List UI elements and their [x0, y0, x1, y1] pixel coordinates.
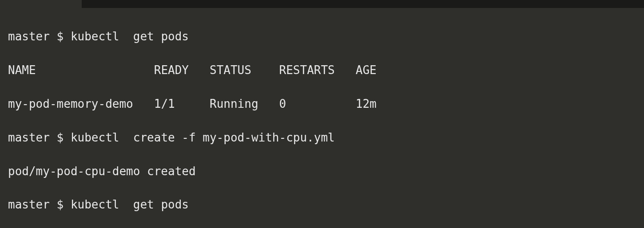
command-text: kubectl get pods	[71, 198, 189, 211]
terminal-output[interactable]: master $ kubectl get pods NAME READY STA…	[0, 8, 644, 228]
col-restarts: RESTARTS	[279, 63, 335, 77]
cell-name: my-pod-memory-demo	[8, 97, 133, 110]
col-name: NAME	[8, 63, 36, 77]
cell-ready: 1/1	[154, 97, 175, 110]
cell-status: Running	[210, 97, 258, 110]
command-text: kubectl get pods	[71, 30, 189, 43]
col-ready: READY	[154, 63, 189, 77]
command-line-2: master $ kubectl create -f my-pod-with-c…	[8, 130, 636, 146]
create-output: pod/my-pod-cpu-demo created	[8, 163, 636, 180]
prompt: master $	[8, 198, 64, 211]
col-status: STATUS	[210, 63, 251, 77]
cell-age: 12m	[356, 97, 377, 110]
active-tab-stub	[0, 0, 82, 8]
list1-row: my-pod-memory-demo 1/1 Running 0 12m	[8, 96, 636, 113]
command-text: kubectl create -f my-pod-with-cpu.yml	[71, 131, 335, 144]
prompt: master $	[8, 131, 64, 144]
col-age: AGE	[356, 63, 377, 77]
window-tab-bar	[0, 0, 644, 8]
list1-header: NAME READY STATUS RESTARTS AGE	[8, 62, 636, 79]
cell-restarts: 0	[279, 97, 286, 110]
prompt: master $	[8, 30, 64, 43]
command-line-3: master $ kubectl get pods	[8, 197, 636, 213]
command-line-1: master $ kubectl get pods	[8, 28, 636, 45]
